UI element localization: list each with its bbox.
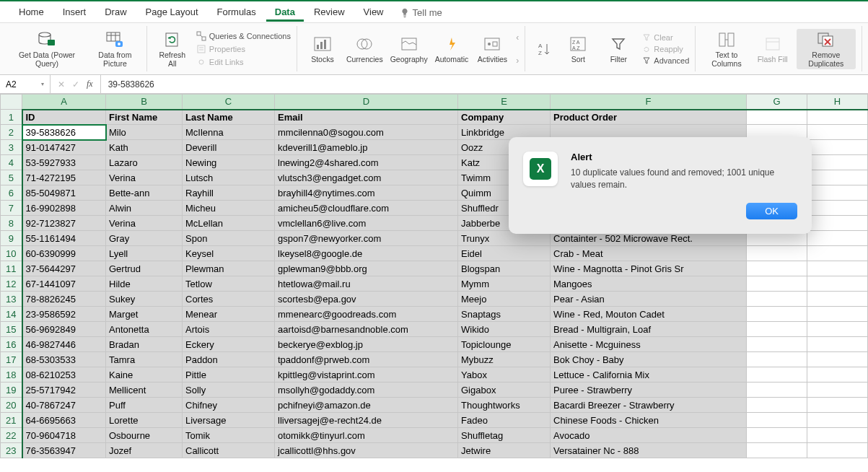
name-box[interactable]: A2▾ (0, 75, 51, 93)
cell[interactable]: Newing (183, 155, 275, 170)
cell[interactable]: Pittle (183, 367, 275, 383)
tab-draw[interactable]: Draw (96, 4, 135, 22)
column-header-B[interactable]: B (106, 95, 183, 110)
flash-fill-button[interactable]: Flash Fill (756, 35, 789, 64)
cell[interactable]: Verina (106, 216, 183, 231)
column-header-C[interactable]: C (183, 95, 275, 110)
cell[interactable]: msollyh@godaddy.com (275, 383, 458, 398)
cell[interactable]: Gray (106, 231, 183, 246)
column-header-G[interactable]: G (747, 95, 807, 110)
cell[interactable] (747, 276, 807, 292)
row-header[interactable]: 1 (1, 110, 22, 125)
cell[interactable]: Cortes (183, 292, 275, 307)
cell[interactable]: 39-5838626 (22, 125, 106, 140)
cell[interactable]: Shuffletag (458, 428, 551, 443)
data-from-picture-button[interactable]: Data from Picture (89, 30, 141, 68)
cell[interactable] (747, 443, 807, 458)
cell[interactable]: 67-1441097 (22, 276, 106, 292)
ok-button[interactable]: OK (746, 203, 797, 219)
cell[interactable]: Menear (183, 307, 275, 322)
cell[interactable]: Paddon (183, 352, 275, 367)
row-header[interactable]: 2 (1, 125, 22, 140)
row-header[interactable]: 22 (1, 428, 22, 443)
cell[interactable] (747, 246, 807, 261)
text-to-columns-button[interactable]: Text to Columns (704, 30, 748, 68)
filter-button[interactable]: Filter (602, 35, 635, 64)
tab-formulas[interactable]: Formulas (209, 4, 265, 22)
cell[interactable]: 64-6695663 (22, 413, 106, 428)
cell[interactable] (747, 307, 807, 322)
cell[interactable] (807, 307, 868, 322)
column-header-H[interactable]: H (807, 95, 868, 110)
cell[interactable]: Keysel (183, 246, 275, 261)
refresh-all-button[interactable]: Refresh All (156, 30, 189, 68)
cell[interactable]: Spon (183, 231, 275, 246)
cell[interactable]: beckerye@exblog.jp (275, 337, 458, 352)
row-header[interactable]: 12 (1, 276, 22, 292)
cell[interactable]: Gertrud (106, 261, 183, 276)
cell[interactable]: Lorette (106, 413, 183, 428)
cell[interactable]: Wine - Magnotta - Pinot Gris Sr (551, 261, 747, 276)
cell[interactable] (747, 398, 807, 413)
cell[interactable] (807, 276, 868, 292)
cell[interactable]: Lazaro (106, 155, 183, 170)
row-header[interactable]: 16 (1, 337, 22, 352)
cell[interactable] (807, 125, 868, 140)
cell[interactable]: Mellicent (106, 383, 183, 398)
row-header[interactable]: 17 (1, 352, 22, 367)
cell[interactable]: Milo (106, 125, 183, 140)
cell[interactable]: aartoisd@barnesandnoble.com (275, 322, 458, 337)
row-header[interactable]: 9 (1, 231, 22, 246)
cell[interactable] (807, 428, 868, 443)
row-header[interactable]: 11 (1, 261, 22, 276)
get-data-button[interactable]: Get Data (Power Query) (12, 30, 82, 68)
cell[interactable]: jcallicottl@hhs.gov (275, 443, 458, 458)
cell[interactable]: 53-5927933 (22, 155, 106, 170)
cell[interactable] (747, 352, 807, 367)
tab-home[interactable]: Home (10, 4, 53, 22)
edit-links-button[interactable]: Edit Links (196, 57, 291, 67)
cell[interactable]: Sukey (106, 292, 183, 307)
header-cell[interactable]: Product Order (551, 110, 747, 125)
header-cell[interactable]: Email (275, 110, 458, 125)
cell[interactable]: mmcilenna0@sogou.com (275, 125, 458, 140)
cell[interactable] (807, 337, 868, 352)
remove-duplicates-button[interactable]: Remove Duplicates (797, 29, 856, 69)
cell[interactable]: Jozef (106, 443, 183, 458)
cell[interactable]: Anisette - Mcguiness (551, 337, 747, 352)
cell[interactable]: 56-9692849 (22, 322, 106, 337)
formula-input[interactable]: 39-5838626 (101, 79, 162, 89)
cell[interactable]: Thoughtworks (458, 398, 551, 413)
cell[interactable]: Kaine (106, 367, 183, 383)
cell[interactable]: 16-9902898 (22, 201, 106, 216)
row-header[interactable]: 23 (1, 443, 22, 458)
header-cell[interactable]: Company (458, 110, 551, 125)
cell[interactable]: Mangoes (551, 276, 747, 292)
currencies-button[interactable]: Currencies (346, 35, 383, 64)
cell[interactable] (807, 201, 868, 216)
cell[interactable]: scortesb@epa.gov (275, 292, 458, 307)
cell[interactable]: Gigabox (458, 383, 551, 398)
cell[interactable]: htetlowa@mail.ru (275, 276, 458, 292)
cell[interactable] (807, 367, 868, 383)
row-header[interactable]: 21 (1, 413, 22, 428)
cell[interactable] (747, 322, 807, 337)
cell[interactable]: otomikk@tinyurl.com (275, 428, 458, 443)
column-header-E[interactable]: E (458, 95, 551, 110)
cell[interactable]: Bette-ann (106, 185, 183, 201)
row-header[interactable]: 3 (1, 140, 22, 155)
cell[interactable]: 60-6390999 (22, 246, 106, 261)
cell[interactable] (807, 352, 868, 367)
cell[interactable]: Yabox (458, 367, 551, 383)
cell[interactable]: vlutsch3@engadget.com (275, 170, 458, 185)
cell[interactable] (807, 398, 868, 413)
cell[interactable]: gspon7@newyorker.com (275, 231, 458, 246)
cell[interactable]: Plewman (183, 261, 275, 276)
cell[interactable]: Wine - Red, Mouton Cadet (551, 307, 747, 322)
cell[interactable]: Crab - Meat (551, 246, 747, 261)
cell[interactable]: Chifney (183, 398, 275, 413)
cell[interactable] (807, 155, 868, 170)
cell[interactable] (807, 231, 868, 246)
cell[interactable] (807, 261, 868, 276)
cell[interactable]: kpittleg@vistaprint.com (275, 367, 458, 383)
